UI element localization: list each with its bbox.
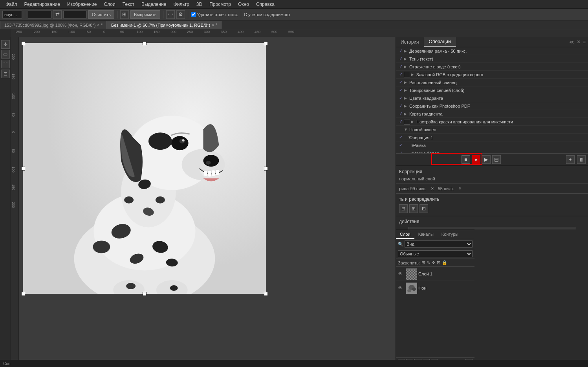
- height-label: 55 пикс.: [438, 186, 454, 191]
- canvas-image-area[interactable]: [23, 43, 266, 294]
- action-item-rgb-gray[interactable]: ✓ ▶ Заказной RGB в градации серого: [396, 71, 588, 79]
- stop-button[interactable]: ■: [462, 155, 470, 164]
- panel-close-icon[interactable]: ✕: [577, 39, 581, 45]
- tab-operations[interactable]: Операции: [424, 37, 456, 47]
- action-expand[interactable]: ▶: [404, 96, 409, 100]
- menu-select[interactable]: Выделение: [138, 1, 170, 8]
- properties-area: Коррекция нормальный слой рина 99 пикс. …: [396, 165, 588, 229]
- play-button[interactable]: ▶: [482, 155, 491, 164]
- action-item-gradient-map[interactable]: ✓ ▶ Карта градиента: [396, 110, 588, 118]
- align-center-btn[interactable]: ⊞: [409, 204, 418, 213]
- action-expand[interactable]: ▶: [404, 49, 409, 53]
- transform-handle-ml[interactable]: [21, 167, 25, 171]
- action-item-bw[interactable]: ✓ ▶ Черно-белое: [396, 149, 588, 153]
- align-right-btn[interactable]: ⊡: [419, 204, 428, 213]
- menu-text[interactable]: Текст: [119, 1, 137, 8]
- align-left-btn[interactable]: ⊟: [399, 204, 408, 213]
- action-item-clone[interactable]: ✓ ▶ Настройка краски клонирования для ми…: [396, 118, 588, 126]
- gear-icon[interactable]: ⚙: [176, 10, 185, 19]
- layer-item-layer1[interactable]: 👁 Слой 1: [396, 267, 474, 281]
- tab-file1[interactable]: 153-7735cd049992.jpg @ 100% (Фон, RGB/8*…: [0, 21, 107, 29]
- delete-action-button[interactable]: 🗑: [577, 155, 586, 164]
- action-item-new-action[interactable]: ✓ ▼ Новый экшен: [396, 126, 588, 134]
- tab-file2-close[interactable]: ×: [212, 23, 214, 27]
- action-item-operation1[interactable]: ✓ ▼ Операция 1: [396, 134, 588, 141]
- tab-channels[interactable]: Каналы: [414, 230, 438, 239]
- lock-artboard-icon[interactable]: ⊡: [437, 260, 440, 265]
- action-item-sepia[interactable]: ✓ ▶ Тонирование сепией (слой): [396, 86, 588, 94]
- transform-handle-br[interactable]: [264, 292, 268, 296]
- new-action-button[interactable]: +: [566, 155, 575, 164]
- crop-preset-input[interactable]: [2, 11, 22, 18]
- panel-menu-icon[interactable]: ≡: [583, 39, 586, 45]
- menu-view[interactable]: Просмотр: [206, 1, 234, 8]
- transform-handle-tl[interactable]: [21, 41, 25, 45]
- action-expand[interactable]: ▶: [404, 88, 409, 92]
- tab-layers[interactable]: Слои: [396, 230, 414, 239]
- delete-clip-label[interactable]: Удалить отсеч. пикс.: [191, 12, 238, 17]
- action-item-lead[interactable]: ✓ ▶ Расплавленный свинец: [396, 79, 588, 86]
- transform-handle-tm[interactable]: [143, 41, 147, 45]
- action-expand[interactable]: ▶: [404, 57, 409, 61]
- layer-visibility-toggle[interactable]: 👁: [398, 271, 404, 277]
- action-expand[interactable]: ▶: [404, 112, 409, 116]
- menu-window[interactable]: Окно: [235, 1, 252, 8]
- tab-paths[interactable]: Контуры: [438, 230, 462, 239]
- swap-icon[interactable]: ⇄: [53, 10, 62, 19]
- action-expand[interactable]: ▶: [404, 80, 409, 84]
- menu-filter[interactable]: Фильтр: [170, 1, 192, 8]
- tab-file1-close[interactable]: ×: [97, 23, 99, 27]
- lock-pixel-icon[interactable]: ✎: [427, 260, 430, 265]
- crop-tool[interactable]: ⊡: [1, 70, 10, 78]
- record-button[interactable]: ●: [472, 155, 480, 164]
- menu-image[interactable]: Изображение: [64, 1, 100, 8]
- lock-position-icon[interactable]: ⊞: [421, 260, 425, 265]
- transform-handle-mr[interactable]: [264, 167, 268, 171]
- menu-file[interactable]: Файл: [2, 1, 20, 8]
- move-tool[interactable]: ✛: [1, 40, 10, 49]
- blend-mode-dropdown[interactable]: Обычные: [398, 250, 473, 257]
- straighten-button[interactable]: Выпрямить: [130, 10, 160, 19]
- transform-handle-tr[interactable]: [264, 41, 268, 45]
- clear-button[interactable]: Очистить: [88, 10, 114, 19]
- action-expand[interactable]: ▶: [404, 143, 412, 147]
- menu-edit[interactable]: Редактирование: [21, 1, 63, 8]
- action-item-frame[interactable]: ✓ ▶ Рамка: [396, 141, 588, 149]
- action-expand[interactable]: ▶: [411, 72, 416, 77]
- action-item-wooden-frame[interactable]: ✓ ▶ Деревянная рамка - 50 пикс.: [396, 47, 588, 55]
- tab-history[interactable]: История: [396, 38, 424, 46]
- action-item-quadrant[interactable]: ✓ ▶ Цвета квадранта: [396, 94, 588, 102]
- action-expand[interactable]: ▶: [404, 64, 409, 69]
- action-item-save-pdf[interactable]: ✓ ▶ Сохранить как Photoshop PDF: [396, 102, 588, 110]
- layer-visibility-toggle[interactable]: 👁: [398, 285, 404, 291]
- action-expand[interactable]: ▼: [404, 135, 409, 139]
- menu-help[interactable]: Справка: [253, 1, 278, 8]
- lock-move-icon[interactable]: ✛: [432, 260, 435, 265]
- action-expand[interactable]: ▶: [404, 104, 409, 108]
- delete-clip-checkbox[interactable]: [191, 12, 196, 17]
- actions-menu-button[interactable]: ⊟: [492, 155, 501, 164]
- marquee-tool[interactable]: ▭: [1, 50, 10, 59]
- ruler-mark: 400: [238, 30, 244, 34]
- tab-file2[interactable]: Без имени-1 @ 66,7% (Прямоугольник 1, RG…: [107, 21, 222, 29]
- canvas-area[interactable]: -200 -150 -100 -50 0 50 100 150 200: [11, 37, 396, 367]
- delete-bg-button[interactable]: Удалить фон: [408, 227, 576, 229]
- width-input[interactable]: [28, 11, 51, 18]
- width-row: рина 99 пикс. X: [399, 185, 434, 192]
- height-input[interactable]: [63, 11, 87, 18]
- align-grid-icon[interactable]: ⊞: [120, 10, 129, 19]
- lasso-tool[interactable]: ⌒: [1, 60, 10, 68]
- panel-collapse-icon[interactable]: ≪: [569, 39, 574, 45]
- transform-handle-bl[interactable]: [21, 292, 25, 296]
- transform-handle-bm[interactable]: [143, 292, 147, 296]
- menu-3d[interactable]: 3D: [193, 1, 205, 8]
- action-expand[interactable]: ▼: [404, 127, 409, 132]
- grid-icon[interactable]: ⋮⋮: [166, 10, 175, 19]
- layer-item-background[interactable]: 👁 Фон: [396, 281, 474, 295]
- lock-all-icon[interactable]: 🔒: [442, 260, 447, 265]
- action-expand[interactable]: ▶: [411, 119, 416, 124]
- action-item-shadow[interactable]: ✓ ▶ Тень (текст): [396, 55, 588, 63]
- action-item-reflection[interactable]: ✓ ▶ Отражение в воде (текст): [396, 63, 588, 71]
- layer-type-dropdown[interactable]: Вид: [405, 240, 473, 248]
- menu-layers[interactable]: Слои: [101, 1, 119, 8]
